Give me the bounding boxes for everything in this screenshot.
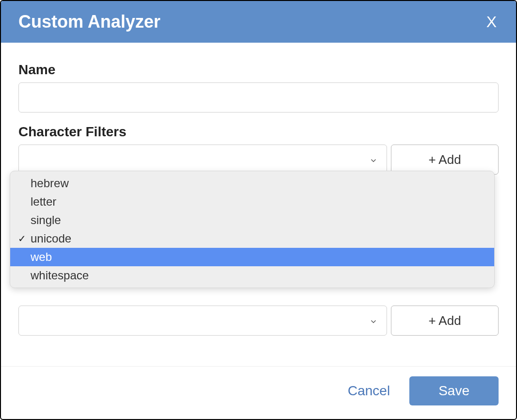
dialog-footer: Cancel Save xyxy=(1,366,516,419)
check-icon: ✓ xyxy=(18,233,31,244)
tokenizer-dropdown-popup[interactable]: hebrew letter single ✓ unicode web white… xyxy=(10,171,495,288)
cancel-button[interactable]: Cancel xyxy=(348,383,390,399)
dialog-body: Name Character Filters + Add hebrew lett… xyxy=(1,43,516,366)
option-label: whitespace xyxy=(31,269,89,282)
dropdown-option-letter[interactable]: letter xyxy=(10,193,494,211)
dialog-title: Custom Analyzer xyxy=(18,12,161,32)
option-label: web xyxy=(31,250,52,264)
char-filters-add-button[interactable]: + Add xyxy=(391,145,499,175)
dropdown-option-single[interactable]: single xyxy=(10,211,494,229)
save-button[interactable]: Save xyxy=(409,376,499,405)
dropdown-option-web[interactable]: web xyxy=(10,248,494,266)
dropdown-option-unicode[interactable]: ✓ unicode xyxy=(10,229,494,248)
name-input[interactable] xyxy=(18,82,499,113)
character-filters-label: Character Filters xyxy=(18,124,499,140)
option-label: single xyxy=(31,213,61,227)
custom-analyzer-dialog: Custom Analyzer X Name Character Filters… xyxy=(0,0,517,420)
character-filters-select-display[interactable] xyxy=(18,145,387,175)
character-filters-row: + Add xyxy=(18,145,499,175)
option-label: hebrew xyxy=(31,177,69,190)
option-label: unicode xyxy=(31,232,71,245)
dropdown-option-whitespace[interactable]: whitespace xyxy=(10,266,494,285)
lower-select[interactable] xyxy=(18,306,387,336)
chevron-down-icon xyxy=(369,316,378,325)
lower-add-button[interactable]: + Add xyxy=(391,306,499,336)
dropdown-option-hebrew[interactable]: hebrew xyxy=(10,174,494,193)
close-icon[interactable]: X xyxy=(485,13,499,31)
lower-row: + Add xyxy=(18,306,499,336)
name-label: Name xyxy=(18,62,499,78)
character-filters-select[interactable] xyxy=(18,145,387,175)
lower-select-display[interactable] xyxy=(18,306,387,336)
option-label: letter xyxy=(31,195,56,209)
dialog-header: Custom Analyzer X xyxy=(1,1,516,43)
chevron-down-icon xyxy=(369,155,378,164)
